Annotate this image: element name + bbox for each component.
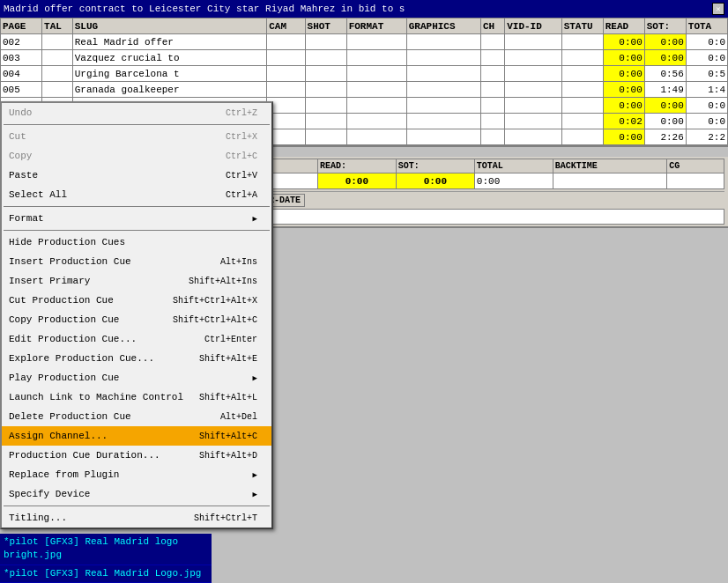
- menu-item-launch-link[interactable]: Launch Link to Machine Control Shift+Alt…: [2, 387, 271, 407]
- col-header-total: TOTA: [686, 18, 727, 34]
- cell-total: 0:0: [686, 98, 727, 114]
- cell-tal: [42, 50, 73, 66]
- editor-cell-total[interactable]: 0:00: [474, 173, 553, 189]
- cell-status: [561, 50, 603, 66]
- menu-item-select-all[interactable]: Select All Ctrl+A: [2, 185, 271, 204]
- cell-format: [346, 82, 406, 98]
- menu-item-hide-prod-cues[interactable]: Hide Production Cues: [2, 232, 271, 252]
- menu-item-insert-primary[interactable]: Insert Primary Shift+Alt+Ins: [2, 271, 271, 291]
- menu-item-format[interactable]: Format ▶: [2, 209, 271, 228]
- menu-shortcut-insert-prod-cue: Alt+Ins: [220, 257, 257, 267]
- cell-shot: [305, 82, 346, 98]
- menu-label-launch-link: Launch Link to Machine Control: [9, 392, 183, 402]
- editor-cell-read[interactable]: 0:00: [317, 173, 396, 189]
- menu-shortcut-copy-prod-cue: Shift+Ctrl+Alt+C: [173, 315, 257, 325]
- cell-graphics: [406, 34, 480, 50]
- menu-shortcut-undo: Ctrl+Z: [226, 108, 257, 118]
- editor-col-total: TOTAL: [474, 159, 553, 173]
- menu-item-undo[interactable]: Undo Ctrl+Z: [2, 103, 271, 122]
- cell-read: 0:00: [603, 34, 644, 50]
- menu-label-format: Format: [9, 213, 44, 224]
- cell-graphics: [406, 98, 480, 114]
- col-header-format: FORMAT: [346, 18, 406, 34]
- menu-separator-4: [4, 506, 270, 506]
- menu-label-assign-channel: Assign Channel...: [9, 431, 108, 441]
- play-prod-cue-arrow-icon: ▶: [253, 373, 257, 383]
- cell-ch: [480, 98, 504, 114]
- cell-ch: [480, 50, 504, 66]
- cell-read: 0:00: [603, 66, 644, 82]
- cell-vid-id: [505, 34, 561, 50]
- cell-shot: [305, 129, 346, 145]
- menu-item-assign-channel[interactable]: Assign Channel... Shift+Alt+C: [2, 426, 271, 446]
- cell-graphics: [406, 66, 480, 82]
- editor-col-read: READ:: [317, 159, 396, 173]
- table-row[interactable]: 005 Granada goalkeeper 0:00 1:49 1:4: [1, 82, 728, 98]
- menu-label-insert-primary: Insert Primary: [9, 276, 90, 286]
- context-menu: Undo Ctrl+Z Cut Ctrl+X Copy Ctrl+C Paste…: [0, 101, 273, 529]
- menu-shortcut-launch-link: Shift+Alt+L: [199, 393, 257, 402]
- cell-ch: [480, 129, 504, 145]
- cell-tal: [42, 82, 73, 98]
- menu-item-paste[interactable]: Paste Ctrl+V: [2, 166, 271, 185]
- close-button[interactable]: ✕: [712, 3, 724, 15]
- cell-shot: [305, 34, 346, 50]
- table-row[interactable]: 003 Vazquez crucial to 0:00 0:00 0:0: [1, 50, 728, 66]
- cell-cam: [267, 50, 305, 66]
- menu-label-copy-prod-cue: Copy Production Cue: [9, 314, 119, 325]
- menu-label-play-prod-cue: Play Production Cue: [9, 373, 119, 383]
- col-header-ch: CH: [480, 18, 504, 34]
- cell-ch: [480, 66, 504, 82]
- menu-shortcut-delete-prod-cue: Alt+Del: [220, 412, 257, 422]
- menu-item-copy-prod-cue[interactable]: Copy Production Cue Shift+Ctrl+Alt+C: [2, 310, 271, 329]
- menu-item-cut-prod-cue[interactable]: Cut Production Cue Shift+Ctrl+Alt+X: [2, 291, 271, 310]
- cell-ch: [480, 82, 504, 98]
- title-bar: Madrid offer contract to Leicester City …: [0, 0, 728, 18]
- menu-item-copy[interactable]: Copy Ctrl+C: [2, 146, 271, 166]
- cell-page: 005: [1, 82, 42, 98]
- cell-cam: [267, 34, 305, 50]
- menu-shortcut-explore-prod-cue: Shift+Alt+E: [199, 354, 257, 364]
- col-header-sot: SOT:: [644, 18, 686, 34]
- menu-item-insert-prod-cue[interactable]: Insert Production Cue Alt+Ins: [2, 252, 271, 271]
- menu-item-titling[interactable]: Titling... Shift+Ctrl+T: [2, 508, 271, 528]
- bottom-text-1: *pilot [GFX3] Real Madrid logo bright.jp…: [0, 534, 212, 565]
- bottom-text-2: *pilot [GFX3] Real Madrid Logo.jpg: [0, 565, 212, 583]
- cell-format: [346, 66, 406, 82]
- editor-cell-sot[interactable]: 0:00: [396, 173, 474, 189]
- cell-format: [346, 34, 406, 50]
- cell-status: [561, 114, 603, 129]
- cell-status: [561, 34, 603, 50]
- menu-label-paste: Paste: [9, 170, 38, 181]
- table-row[interactable]: 004 Urging Barcelona t 0:00 0:56 0:5: [1, 66, 728, 82]
- cell-status: [561, 82, 603, 98]
- col-header-vid-id: VID-ID: [505, 18, 561, 34]
- editor-col-cg: CG: [667, 159, 724, 173]
- menu-shortcut-insert-primary: Shift+Alt+Ins: [189, 277, 257, 286]
- cell-sot: 0:00: [644, 114, 686, 129]
- cell-read: 0:00: [603, 50, 644, 66]
- col-header-slug: SLUG: [72, 18, 266, 34]
- menu-shortcut-cut: Ctrl+X: [226, 132, 257, 142]
- menu-item-cut[interactable]: Cut Ctrl+X: [2, 127, 271, 146]
- menu-item-explore-prod-cue[interactable]: Explore Production Cue... Shift+Alt+E: [2, 349, 271, 368]
- editor-cell-backtime[interactable]: [553, 173, 666, 189]
- cell-ch: [480, 114, 504, 129]
- menu-item-prod-cue-duration[interactable]: Production Cue Duration... Shift+Alt+D: [2, 446, 271, 465]
- menu-item-play-prod-cue[interactable]: Play Production Cue ▶: [2, 368, 271, 387]
- menu-separator-2: [4, 206, 270, 207]
- table-row[interactable]: 002 Real Madrid offer 0:00 0:00 0:0: [1, 34, 728, 50]
- menu-shortcut-prod-cue-duration: Shift+Alt+D: [199, 451, 257, 461]
- menu-label-copy: Copy: [9, 151, 32, 161]
- menu-item-edit-prod-cue[interactable]: Edit Production Cue... Ctrl+Enter: [2, 329, 271, 349]
- menu-item-specify-device[interactable]: Specify Device ▶: [2, 484, 271, 504]
- menu-item-replace-from-plugin[interactable]: Replace from Plugin ▶: [2, 465, 271, 484]
- editor-cell-cg[interactable]: [667, 173, 724, 189]
- format-arrow-icon: ▶: [253, 214, 257, 224]
- cell-format: [346, 129, 406, 145]
- cell-format: [346, 98, 406, 114]
- cell-shot: [305, 50, 346, 66]
- menu-item-delete-prod-cue[interactable]: Delete Production Cue Alt+Del: [2, 407, 271, 426]
- replace-plugin-arrow-icon: ▶: [253, 470, 257, 480]
- cell-graphics: [406, 82, 480, 98]
